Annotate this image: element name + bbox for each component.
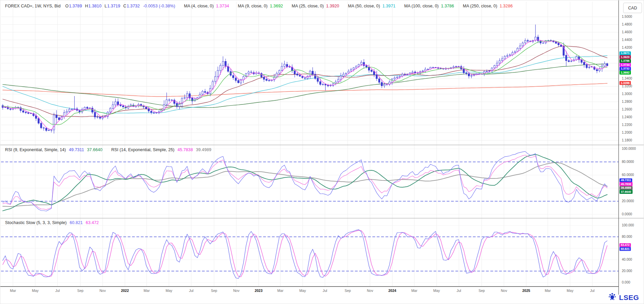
axis-tick-label: 1.3000: [622, 92, 632, 96]
time-axis-label: Sep: [474, 289, 489, 293]
legend-segment: MA (25, close, 0): [292, 4, 324, 8]
instrument-selector[interactable]: CAD: [623, 3, 642, 13]
legend-segment: 1.3786: [441, 4, 454, 8]
time-axis-label: 2024: [385, 289, 400, 293]
legend-segment: 1.3719: [107, 4, 120, 8]
stochastic-panel-legend: Stochastic Slow (5, 3, 3, Simple)60.8216…: [5, 220, 99, 225]
grid-layer: [1, 2, 618, 286]
time-axis-label: Nov: [95, 289, 110, 293]
axis-tick-label: 0.000: [622, 280, 630, 284]
legend-segment: MA (50, close, 0): [348, 4, 380, 8]
lseg-logo-text: LSEG: [619, 294, 639, 302]
axis-tick-label: 1.2600: [622, 107, 632, 111]
time-axis[interactable]: MarMayJulSepNov2022MarMayJulSepNov2023Ma…: [0, 288, 619, 295]
legend-segment: MA (4, close, 0): [184, 4, 213, 8]
time-axis-label: 2025: [519, 289, 534, 293]
legend-segment: 1.3920: [326, 4, 339, 8]
time-axis-label: May: [28, 289, 43, 293]
chart-window: FOREX CAD=, 1W, NYS, BidO1.3789H1.3810L1…: [0, 0, 644, 304]
axis-tick-label: 20.000: [622, 269, 632, 273]
price-badge: 1.3920: [619, 55, 631, 59]
legend-segment: 1.3810: [88, 4, 102, 8]
time-axis-label: Sep: [207, 289, 222, 293]
time-axis-label: Mar: [540, 289, 555, 293]
legend-segment: MA (100, close, 0): [404, 4, 439, 8]
rsi-lines-layer: [3, 151, 607, 211]
legend-segment: 1.3286: [499, 4, 513, 8]
lseg-logo: LSEG: [608, 292, 639, 303]
axis-tick-label: 1.2200: [622, 123, 632, 127]
axis-tick-label: 40.000: [622, 258, 632, 261]
axis-tick-label: 1.2400: [622, 115, 632, 119]
axis-tick-label: 60.0000: [622, 173, 634, 177]
time-axis-label: Jul: [451, 289, 466, 293]
rsi-value-badge: 45.7838: [619, 182, 633, 186]
time-axis-label: May: [295, 289, 310, 293]
rsi-value-badge: 39.4989: [619, 186, 633, 190]
price-badge: 1.3971: [619, 51, 631, 55]
time-axis-label: Jul: [585, 289, 600, 293]
legend-segment: 1.3971: [383, 4, 396, 8]
legend-segment: 1.3692: [270, 4, 283, 8]
time-axis-label: Mar: [139, 289, 154, 293]
legend-segment: FOREX CAD=, 1W, NYS, Bid: [5, 4, 61, 8]
legend-segment: RSI (9, Exponential, Simple, 14): [5, 147, 66, 152]
time-axis-label: May: [429, 289, 444, 293]
axis-tick-label: 1.4600: [622, 30, 632, 34]
time-axis-label: May: [162, 289, 176, 293]
legend-segment: C: [123, 4, 126, 8]
axis-tick-label: 80.0000: [622, 160, 634, 164]
legend-segment: RSI (14, Exponential, Simple, 25): [111, 147, 174, 152]
time-axis-label: 2023: [251, 289, 266, 293]
time-axis-label: Nov: [229, 289, 244, 293]
axis-tick-label: 1.5000: [622, 15, 632, 18]
stoch-value-badge: 60.821: [619, 247, 631, 251]
legend-segment: Stochastic Slow (5, 3, 3, Simple): [5, 220, 67, 225]
legend-segment: 1.3734: [216, 4, 229, 8]
time-axis-label: Jul: [184, 289, 199, 293]
time-axis-label: Mar: [407, 289, 422, 293]
time-axis-label: 2022: [118, 289, 132, 293]
legend-segment: 63.472: [86, 220, 99, 225]
time-axis-label: Jul: [318, 289, 332, 293]
legend-segment: 37.6640: [87, 147, 103, 152]
legend-segment: MA (250, close, 0): [463, 4, 497, 8]
stoch-value-badge: 63.472: [619, 243, 631, 247]
axis-tick-label: 1.1800: [622, 138, 632, 142]
legend-segment: 60.821: [70, 220, 83, 225]
axis-tick-label: 80.000: [622, 235, 632, 238]
legend-segment: 1.3732: [127, 4, 140, 8]
axis-tick-label: 20.0000: [622, 199, 634, 203]
price-badge: 1.3732: [619, 67, 631, 71]
rsi-value-badge: 37.6640: [619, 190, 633, 194]
axis-tick-label: 1.4400: [622, 38, 632, 42]
chart-canvas[interactable]: [0, 0, 644, 304]
axis-tick-label: 100.000: [622, 223, 634, 227]
main-chart-legend: FOREX CAD=, 1W, NYS, BidO1.3789H1.3810L1…: [5, 4, 513, 8]
lseg-crest-icon: [608, 292, 617, 303]
rsi-value-badge: 49.7311: [619, 178, 632, 182]
legend-segment: 49.7311: [69, 147, 84, 152]
legend-segment: O: [65, 4, 69, 8]
time-axis-label: Nov: [363, 289, 377, 293]
axis-tick-label: 1.3400: [622, 77, 632, 80]
axis-tick-label: 0.0000: [622, 212, 632, 216]
time-axis-label: Mar: [273, 289, 288, 293]
legend-segment: H: [85, 4, 88, 8]
time-axis-label: May: [563, 289, 577, 293]
price-axis[interactable]: 1.39711.39201.37861.37341.37321.36921.32…: [619, 0, 644, 287]
axis-tick-label: 100.0000: [622, 147, 636, 150]
axis-tick-label: 1.3200: [622, 84, 632, 88]
time-axis-label: Nov: [496, 289, 511, 293]
price-badge: 1.3692: [619, 71, 631, 75]
legend-segment: -0.0053 (-0.38%): [143, 4, 175, 8]
axis-tick-label: 1.2000: [622, 131, 632, 134]
time-axis-label: Jul: [50, 289, 65, 293]
price-badge: 1.3734: [619, 63, 631, 67]
time-axis-label: Sep: [340, 289, 355, 293]
axis-tick-label: 1.4800: [622, 23, 632, 26]
time-axis-label: Sep: [73, 289, 88, 293]
axis-tick-label: 1.4200: [622, 46, 632, 49]
legend-segment: L: [105, 4, 107, 8]
axis-tick-label: 1.2800: [622, 100, 632, 103]
